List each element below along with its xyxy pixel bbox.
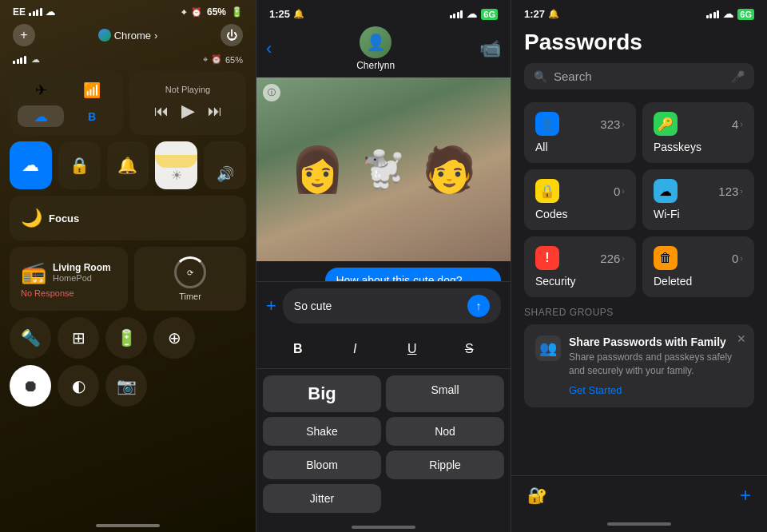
battery-widget-button[interactable]: 🔋 <box>105 317 147 359</box>
pw-status-right: ☁ 6G <box>706 8 754 20</box>
moon-icon: 🌙 <box>21 208 42 228</box>
chat-area: 👩 🐩 🧑 ⓘ How about this cute dog? Read 1:… <box>256 77 511 281</box>
effects-grid: Big Small Shake Nod Bloom Ripple Jitter <box>256 369 511 519</box>
record-button[interactable]: ⏺ <box>10 365 51 407</box>
screen-mirror-button[interactable]: ⊞ <box>58 317 99 359</box>
jitter-effect-button[interactable]: Jitter <box>263 484 381 513</box>
deleted-chevron: › <box>740 253 743 263</box>
small-effect-button[interactable]: Small <box>386 375 504 412</box>
wifi-count: 123 › <box>718 185 743 198</box>
screen-record-button[interactable]: ⊕ <box>153 317 195 359</box>
cat-deleted-top: 🗑 0 › <box>654 246 743 270</box>
home-indicator <box>96 524 160 527</box>
pw-status-left: 1:27 🔔 <box>524 8 559 20</box>
bluetooth-button[interactable]: B <box>69 105 115 127</box>
passwords-lock-icon[interactable]: 🔐 <box>527 486 547 505</box>
passkeys-label: Passkeys <box>654 141 743 153</box>
facetime-button[interactable]: 📹 <box>479 38 501 59</box>
category-security[interactable]: ! 226 › Security <box>524 236 636 297</box>
trash-icon: 🗑 <box>659 251 672 265</box>
volume-slider[interactable]: 🔊 <box>204 141 246 189</box>
battery-icon: 🔋 <box>231 6 243 18</box>
wifi-button[interactable]: ☁ <box>18 105 64 127</box>
security-icon: ! <box>535 246 559 270</box>
strikethrough-button[interactable]: S <box>456 336 482 362</box>
pw-header: Passwords 🔍 Search 🎤 <box>511 23 767 102</box>
ripple-effect-button[interactable]: Ripple <box>386 451 504 479</box>
airplane-mode-button[interactable]: ✈ <box>18 79 64 101</box>
mic-icon[interactable]: 🎤 <box>731 70 745 83</box>
msg-status-right: ☁ 6G <box>450 8 498 20</box>
prev-track-button[interactable]: ⏮ <box>154 103 169 120</box>
search-input[interactable]: Search <box>554 69 725 83</box>
info-icon: ⓘ <box>268 87 276 98</box>
brightness-slider[interactable]: ☀ <box>155 141 197 189</box>
bold-button[interactable]: B <box>285 336 311 362</box>
lock-rotation-button[interactable]: 🔒 <box>58 141 101 189</box>
focus-button[interactable]: 🌙 Focus <box>10 196 246 240</box>
bloom-effect-button[interactable]: Bloom <box>263 451 381 479</box>
category-codes[interactable]: 🔒 0 › Codes <box>524 169 636 230</box>
camera-button[interactable]: 📷 <box>105 365 147 407</box>
cc-status-right: ⌖ ⏰ 65% 🔋 <box>181 6 243 18</box>
category-all[interactable]: 👤 323 › All <box>524 102 636 163</box>
codes-chevron: › <box>622 186 625 196</box>
shake-effect-button[interactable]: Shake <box>263 417 381 446</box>
shared-card-content: 👥 Share Passwords with Family Share pass… <box>535 335 743 396</box>
contact-avatar[interactable]: 👤 <box>360 26 391 58</box>
back-button[interactable]: ‹ <box>266 38 272 59</box>
record-icon: ⏺ <box>22 377 38 395</box>
power-icon: ⏻ <box>226 29 237 42</box>
bubble-area: How about this cute dog? Read 1:25PM <box>256 261 511 281</box>
wifi-cat-glyph: ☁ <box>659 184 672 199</box>
sub-signal <box>13 56 26 64</box>
screen-mirror-icon: ⊞ <box>72 328 85 347</box>
category-wifi[interactable]: ☁ 123 › Wi-Fi <box>642 169 754 230</box>
share-passwords-card: ✕ 👥 Share Passwords with Family Share pa… <box>524 324 754 407</box>
all-icon: 👤 <box>535 112 559 136</box>
category-passkeys[interactable]: 🔑 4 › Passkeys <box>642 102 754 163</box>
wifi-toggle-button[interactable]: ☁ <box>10 141 52 189</box>
search-bar[interactable]: 🔍 Search 🎤 <box>524 63 754 89</box>
connectivity-tile: ✈ 📶 ☁ B <box>10 71 123 135</box>
send-icon: ↑ <box>476 300 482 312</box>
timer-button[interactable]: ⟳ Timer <box>134 247 246 311</box>
get-started-button[interactable]: Get Started <box>569 384 743 396</box>
cat-all-top: 👤 323 › <box>535 112 625 136</box>
flashlight-button[interactable]: 🔦 <box>10 317 51 359</box>
nod-effect-button[interactable]: Nod <box>386 417 504 446</box>
cc-row-4: 📻 Living Room HomePod No Response ⟳ Time… <box>10 247 246 311</box>
add-attachment-button[interactable]: + <box>266 296 276 316</box>
silent-button[interactable]: 🔔 <box>107 141 149 189</box>
power-button[interactable]: ⏻ <box>221 24 243 46</box>
home-indicator-3 <box>607 522 671 526</box>
add-button[interactable]: + <box>13 24 35 46</box>
send-button[interactable]: ↑ <box>467 295 490 317</box>
photo-figures: 👩 🐩 🧑 <box>256 77 511 261</box>
search-icon: 🔍 <box>534 70 547 83</box>
homepod-tile[interactable]: 📻 Living Room HomePod No Response <box>10 247 128 311</box>
underline-button[interactable]: U <box>399 336 425 362</box>
category-deleted[interactable]: 🗑 0 › Deleted <box>642 236 754 297</box>
avatar-image: 👤 <box>360 26 391 58</box>
contact-name-label: Cherlynn <box>356 60 395 71</box>
cc-row-2: ☁ 🔒 🔔 ☀ 🔊 <box>10 141 246 189</box>
accessibility-button[interactable]: ◐ <box>58 365 99 407</box>
categories-grid: 👤 323 › All 🔑 4 › Passkeys <box>511 102 767 307</box>
big-effect-button[interactable]: Big <box>263 375 381 412</box>
close-card-button[interactable]: ✕ <box>737 332 746 345</box>
play-pause-button[interactable]: ▶ <box>181 101 195 121</box>
message-input-field[interactable]: So cute ↑ <box>283 288 501 324</box>
italic-button[interactable]: I <box>342 336 368 362</box>
cc-grid: ✈ 📶 ☁ B Not Playing ⏮ ▶ ⏭ <box>0 71 256 311</box>
carrier-label: EE <box>13 6 26 18</box>
battery-widget-icon: 🔋 <box>117 328 137 347</box>
family-icon: 👥 <box>535 335 561 361</box>
wifi-chevron: › <box>740 186 743 196</box>
mobile-data-button[interactable]: 📶 <box>69 79 115 101</box>
add-password-button[interactable]: + <box>740 484 751 506</box>
next-track-button[interactable]: ⏭ <box>208 103 222 120</box>
signal-bars <box>29 8 42 16</box>
brightness-icon: ☀ <box>171 168 182 183</box>
all-count: 323 › <box>600 117 625 131</box>
